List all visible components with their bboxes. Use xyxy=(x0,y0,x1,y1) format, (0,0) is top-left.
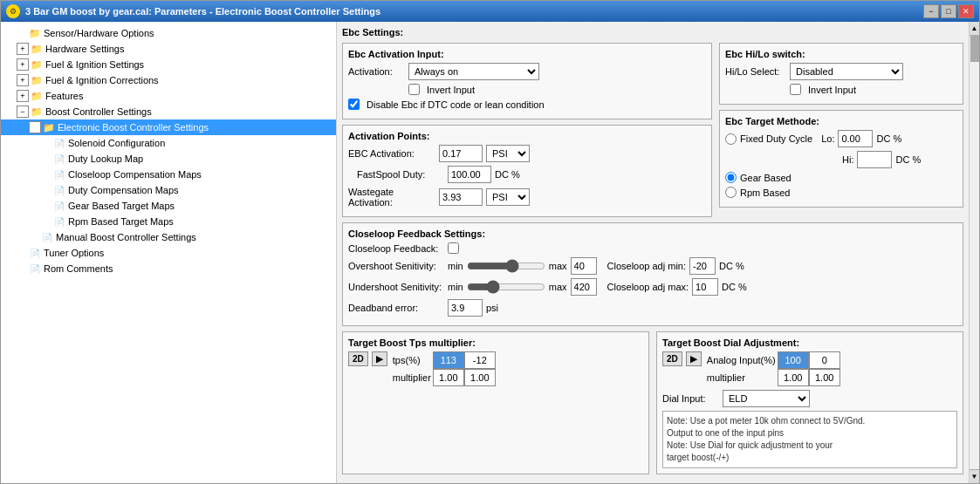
overshoot-label: Overshoot Senitivity: xyxy=(348,261,444,271)
item-icon: 📄 xyxy=(53,153,65,165)
hi-value-input[interactable] xyxy=(857,151,892,168)
sidebar-item-fuel-ignition-settings[interactable]: + 📁 Fuel & Ignition Settings xyxy=(1,57,336,72)
dial-table: Analog Input(%) multiplier xyxy=(705,351,840,386)
dial-val2[interactable] xyxy=(809,351,840,369)
disable-dtc-checkbox[interactable] xyxy=(348,99,360,110)
lo-unit: DC % xyxy=(876,133,901,144)
fast-spool-input[interactable] xyxy=(448,166,491,183)
sidebar-item-rpm-based[interactable]: 📄 Rpm Based Target Maps xyxy=(1,214,336,229)
sidebar-item-hardware-settings[interactable]: + 📁 Hardware Settings xyxy=(1,41,336,57)
tps-mult1[interactable] xyxy=(433,369,464,386)
fixed-duty-radio[interactable] xyxy=(725,133,737,145)
sidebar-item-closeloop-comp[interactable]: 📄 Closeloop Compensation Maps xyxy=(1,167,336,182)
wastegate-row: Wastegate Activation: PSI xyxy=(348,187,706,208)
hi-label: Hi: xyxy=(842,154,853,165)
tps-val1[interactable] xyxy=(433,351,464,369)
deadband-input[interactable] xyxy=(448,299,483,317)
rpm-based-radio[interactable] xyxy=(725,187,737,198)
overshoot-max-input[interactable] xyxy=(571,257,597,275)
sidebar-item-duty-lookup[interactable]: 📄 Duty Lookup Map xyxy=(1,151,336,167)
sidebar-item-label: Rpm Based Target Maps xyxy=(68,216,174,227)
sidebar-item-gear-based[interactable]: 📄 Gear Based Target Maps xyxy=(1,198,336,214)
overshoot-max-label: max xyxy=(549,261,567,271)
hi-lo-select[interactable]: Disabled xyxy=(790,63,903,80)
ebc-activation-input[interactable] xyxy=(439,145,483,162)
hi-row: Hi: DC % xyxy=(725,151,957,168)
tps-arrow-button[interactable]: ▶ xyxy=(372,351,387,366)
sidebar-item-duty-comp[interactable]: 📄 Duty Compensation Maps xyxy=(1,182,336,198)
tps-2d-button[interactable]: 2D xyxy=(348,351,368,366)
sidebar-item-label: Manual Boost Controller Settings xyxy=(56,232,196,242)
section-title: Ebc Settings: xyxy=(342,27,963,37)
sidebar-item-label: Duty Compensation Maps xyxy=(68,185,179,195)
item-icon: 📄 xyxy=(53,168,65,181)
tps-val2[interactable] xyxy=(464,351,496,369)
scroll-up-button[interactable]: ▲ xyxy=(970,22,979,36)
tps-mult2[interactable] xyxy=(464,369,496,386)
dial-input-select[interactable]: ELD xyxy=(723,390,810,407)
dial-note3: Note: Use Dial for quick adjustment to y… xyxy=(667,440,953,452)
closeloop-adj-min-input[interactable] xyxy=(689,257,716,275)
ebc-hilo-group: Ebc Hi/Lo switch: Hi/Lo Select: Disabled… xyxy=(719,43,963,105)
sidebar-item-solenoid[interactable]: 📄 Solenoid Configuration xyxy=(1,135,336,151)
scrollbar[interactable]: ▲ ▼ xyxy=(969,22,979,483)
window-title: 3 Bar GM boost by gear.cal: Parameters -… xyxy=(25,6,380,17)
sidebar-item-features[interactable]: + 📁 Features xyxy=(1,88,336,104)
undershoot-max-input[interactable] xyxy=(571,278,597,296)
expander-icon[interactable]: − xyxy=(29,121,41,133)
dial-mult1[interactable] xyxy=(778,369,809,386)
dial-col2-header: multiplier xyxy=(705,369,778,386)
undershoot-slider[interactable] xyxy=(467,281,545,293)
expander-icon[interactable]: + xyxy=(17,43,29,55)
expander-icon[interactable]: + xyxy=(17,58,29,71)
fast-spool-row: FastSpool Duty: DC % xyxy=(348,166,706,183)
expander-icon[interactable]: − xyxy=(17,106,29,118)
content-area: 📁 Sensor/Hardware Options + 📁 Hardware S… xyxy=(1,22,979,483)
gear-based-radio[interactable] xyxy=(725,172,737,183)
undershoot-row: Undershoot Senitivity: min max Closeloop… xyxy=(348,278,957,296)
activation-select[interactable]: Always on xyxy=(408,63,539,80)
undershoot-min-label: min xyxy=(448,282,463,292)
sidebar-item-label: Solenoid Configuration xyxy=(68,138,165,148)
invert-input-checkbox[interactable] xyxy=(408,84,420,95)
dial-2d-button[interactable]: 2D xyxy=(662,351,682,366)
expander-icon[interactable]: + xyxy=(17,74,29,86)
closeloop-adj-max-input[interactable] xyxy=(692,278,718,296)
overshoot-slider[interactable] xyxy=(467,260,545,272)
dial-val1[interactable] xyxy=(778,351,809,369)
sidebar-item-manual-boost[interactable]: 📄 Manual Boost Controller Settings xyxy=(1,229,336,245)
feedback-row: Closeloop Feedback: xyxy=(348,242,957,254)
scroll-down-button[interactable]: ▼ xyxy=(970,469,979,483)
dial-notes: Note: Use a pot meter 10k ohm connect to… xyxy=(662,411,957,468)
gear-based-label: Gear Based xyxy=(740,173,792,183)
dial-input-label: Dial Input: xyxy=(662,393,719,404)
dial-mult2[interactable] xyxy=(809,369,840,386)
item-icon: 📄 xyxy=(53,200,65,212)
hilo-invert-checkbox[interactable] xyxy=(790,84,801,95)
wastegate-input[interactable] xyxy=(439,188,483,206)
restore-button[interactable]: □ xyxy=(941,4,956,18)
ebc-hilo-label: Ebc Hi/Lo switch: xyxy=(725,49,957,59)
right-panel: Ebc Settings: Ebc Activation Input: Acti… xyxy=(337,22,969,483)
sidebar-item-label: Boost Controller Settings xyxy=(45,106,152,117)
close-button[interactable]: ✕ xyxy=(958,4,974,18)
scroll-thumb[interactable] xyxy=(970,36,979,62)
sidebar-item-tuner-options[interactable]: 📄 Tuner Options xyxy=(1,245,336,261)
deadband-row: Deadband error: psi xyxy=(348,299,957,317)
sidebar-item-rom-comments[interactable]: 📄 Rom Comments xyxy=(1,261,336,276)
hi-lo-select-label: Hi/Lo Select: xyxy=(725,66,786,77)
item-icon: 📄 xyxy=(41,231,53,243)
expander-icon[interactable]: + xyxy=(17,90,29,102)
feedback-checkbox[interactable] xyxy=(448,242,459,254)
sidebar-item-electronic-boost[interactable]: − 📁 Electronic Boost Controller Settings xyxy=(1,119,336,135)
minimize-button[interactable]: − xyxy=(923,4,939,18)
activation-points-label: Activation Points: xyxy=(348,131,706,141)
ebc-activation-unit-select[interactable]: PSI xyxy=(486,145,530,162)
wastegate-unit-select[interactable]: PSI xyxy=(486,188,530,206)
sidebar-item-boost-controller[interactable]: − 📁 Boost Controller Settings xyxy=(1,104,336,119)
dial-col1-header: Analog Input(%) xyxy=(705,351,778,369)
dial-arrow-button[interactable]: ▶ xyxy=(686,351,702,366)
lo-value-input[interactable] xyxy=(838,130,873,147)
sidebar-item-sensor-hardware[interactable]: 📁 Sensor/Hardware Options xyxy=(1,25,336,41)
sidebar-item-fuel-ignition-corrections[interactable]: + 📁 Fuel & Ignition Corrections xyxy=(1,72,336,88)
